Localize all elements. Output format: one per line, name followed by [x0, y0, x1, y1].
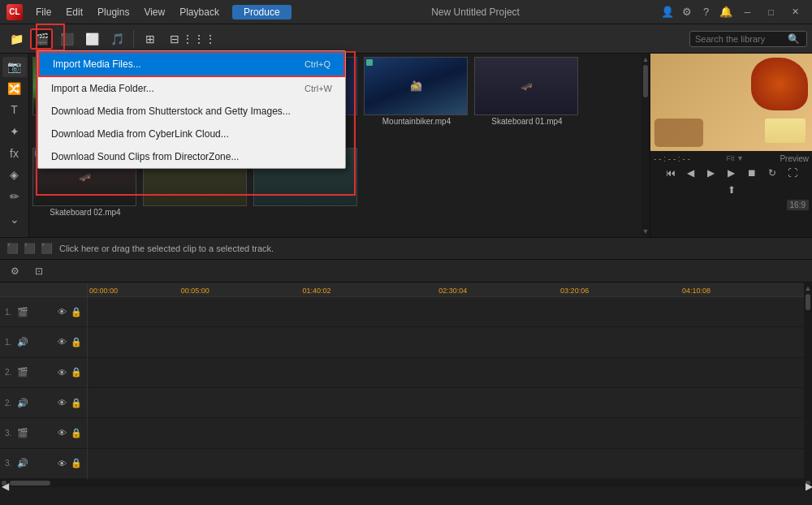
track-row-3a[interactable] — [88, 449, 804, 479]
timeline-scrollbar-v[interactable]: ▲ — [804, 283, 812, 479]
account-icon[interactable]: 👤 — [660, 5, 675, 19]
app-title: New Untitled Project — [431, 6, 520, 18]
preview-repeat-btn[interactable]: ↻ — [763, 166, 781, 180]
preview-stop-btn[interactable]: ⏹ — [743, 166, 761, 180]
track-video-icon-2: 🎬 — [16, 366, 29, 379]
track-video-icon: ⬛ — [6, 243, 19, 254]
search-input[interactable] — [695, 34, 784, 44]
timeline-scroll-right[interactable]: ▶ — [806, 481, 810, 486]
preview-rewind-btn[interactable]: ⏮ — [662, 166, 680, 180]
scroll-down-arrow[interactable]: ▼ — [642, 227, 650, 235]
preview-prev-frame-btn[interactable]: ◀ — [682, 166, 700, 180]
ruler-mark-2: 01:40:02 — [303, 287, 331, 295]
sidebar-effects-icon[interactable]: ✦ — [2, 122, 27, 142]
preview-image — [650, 54, 812, 151]
timeline-tracks: 00:00:00 00:05:00 01:40:02 02:30:04 03:2… — [88, 283, 804, 479]
instant-project-btn[interactable]: ⬜ — [80, 28, 103, 50]
track-audio-icon-2: 🔊 — [16, 396, 29, 409]
track-row-1v[interactable] — [88, 297, 804, 327]
dropdown-item-import-folder[interactable]: Import a Media Folder... Ctrl+W — [38, 77, 345, 100]
ruler-mark-5: 04:10:08 — [682, 287, 710, 295]
settings-icon[interactable]: ⚙ — [680, 5, 694, 19]
menu-file[interactable]: File — [29, 5, 58, 19]
preview-export-btn[interactable]: ⬆ — [723, 183, 741, 197]
timeline-scroll-thumb-h[interactable] — [10, 481, 50, 486]
sidebar-transitions-icon[interactable]: 🔀 — [2, 79, 27, 99]
track-lock-3v[interactable]: 🔒 — [71, 427, 82, 438]
timeline-scroll-up[interactable]: ▲ — [805, 284, 812, 292]
track-row-2a[interactable] — [88, 388, 804, 418]
preview-play-btn[interactable]: ▶ — [702, 166, 720, 180]
preview-fullscreen-btn[interactable]: ⛶ — [784, 166, 801, 180]
list-item[interactable]: 🚵 Mountainbiker.mp4 — [364, 57, 469, 143]
timeline-settings-btn[interactable]: ⚙ — [5, 262, 24, 280]
sidebar-pen-icon[interactable]: ✏ — [2, 186, 27, 206]
status-icons: ⬛ ⬛ ⬛ — [6, 243, 53, 254]
sidebar-overlay-icon[interactable]: ◈ — [2, 165, 27, 185]
dropdown-item-cyberlink[interactable]: Download Media from CyberLink Cloud... — [38, 123, 345, 145]
timeline-fit-btn[interactable]: ⊡ — [29, 262, 49, 280]
track-eye-1v[interactable]: 👁 — [56, 306, 67, 317]
title-bar-left: CL File Edit Plugins View Playback Produ… — [6, 4, 292, 20]
timeline-scroll-left[interactable]: ◀ — [2, 481, 6, 486]
track-eye-3a[interactable]: 👁 — [56, 458, 67, 469]
grid-view-btn[interactable]: ⊞ — [139, 28, 162, 50]
track-lock-2v[interactable]: 🔒 — [71, 367, 82, 378]
menu-playback[interactable]: Playback — [173, 5, 226, 19]
timeline-header: ⚙ ⊡ — [0, 260, 812, 283]
timeline-labels: 1. 🎬 👁 🔒 1. 🔊 👁 🔒 2. 🎬 👁 🔒 — [0, 283, 88, 479]
track-row-3v[interactable] — [88, 418, 804, 448]
timeline-scroll-thumb[interactable] — [806, 294, 810, 310]
track-num-1a: 1. — [5, 338, 11, 347]
menu-edit[interactable]: Edit — [59, 5, 89, 19]
sidebar-bottom: ⌄ — [2, 208, 27, 231]
timeline-area: ⚙ ⊡ 1. 🎬 👁 🔒 1. 🔊 👁 🔒 — [0, 260, 812, 487]
menu-plugins[interactable]: Plugins — [91, 5, 136, 19]
preview-buttons: ⏮ ◀ ▶ ▶ ⏹ ↻ ⛶ ⬆ — [654, 166, 809, 197]
track-lock-2a[interactable]: 🔒 — [71, 397, 82, 408]
import-media-btn[interactable]: 🎬 — [30, 28, 53, 50]
track-lock-1v[interactable]: 🔒 — [71, 306, 82, 317]
question-icon[interactable]: ? — [699, 5, 714, 19]
preview-next-frame-btn[interactable]: ▶ — [723, 166, 741, 180]
timeline-scrollbar-h[interactable]: ◀ ▶ — [0, 479, 812, 487]
search-box[interactable]: 🔍 — [689, 31, 807, 47]
minimize-button[interactable]: ─ — [738, 4, 758, 20]
track-lock-1a[interactable]: 🔒 — [71, 336, 82, 347]
capture-btn[interactable]: ⬛ — [55, 28, 78, 50]
dropdown-item-directorzone[interactable]: Download Sound Clips from DirectorZone..… — [38, 145, 345, 168]
dropdown-item-import-files[interactable]: Import Media Files... Ctrl+Q — [38, 51, 345, 77]
import-folder-btn[interactable]: 📁 — [5, 28, 28, 50]
close-button[interactable]: ✕ — [785, 4, 806, 20]
sidebar-media-icon[interactable]: 📷 — [2, 57, 27, 77]
track-label-2-video: 2. 🎬 👁 🔒 — [0, 358, 87, 388]
track-eye-3v[interactable]: 👁 — [56, 427, 67, 438]
view-toggle-btns: ⊞ ⊟ ⋮⋮⋮ — [139, 28, 210, 50]
track-row-2v[interactable] — [88, 358, 804, 388]
scroll-thumb[interactable] — [643, 65, 648, 97]
track-label-2-audio: 2. 🔊 👁 🔒 — [0, 388, 87, 418]
scroll-up-arrow[interactable]: ▲ — [642, 55, 650, 63]
track-lock-3a[interactable]: 🔒 — [71, 458, 82, 469]
dropdown-shortcut-import-folder: Ctrl+W — [304, 84, 332, 93]
sidebar-expand-icon[interactable]: ⌄ — [2, 208, 27, 231]
media-scrollbar[interactable]: ▲ ▼ — [641, 54, 650, 237]
dropdown-item-label-import-folder: Import a Media Folder... — [51, 83, 154, 94]
track-eye-2v[interactable]: 👁 — [56, 367, 67, 378]
maximize-button[interactable]: □ — [762, 4, 780, 20]
list-item[interactable]: 🛹 Skateboard 01.mp4 — [474, 57, 580, 143]
apps-btn[interactable]: ⋮⋮⋮ — [188, 28, 210, 50]
produce-button[interactable]: Produce — [232, 5, 292, 19]
track-row-1a[interactable] — [88, 327, 804, 357]
track-eye-2a[interactable]: 👁 — [56, 397, 67, 408]
sidebar-titles-icon[interactable]: T — [2, 100, 27, 120]
menu-view[interactable]: View — [137, 5, 171, 19]
dropdown-item-shutterstock[interactable]: Download Media from Shutterstock and Get… — [38, 100, 345, 123]
sidebar-fx-icon[interactable]: fx — [2, 143, 27, 163]
dropdown-item-label-directorzone: Download Sound Clips from DirectorZone..… — [51, 151, 239, 162]
notification-icon[interactable]: 🔔 — [719, 5, 733, 19]
title-bar: CL File Edit Plugins View Playback Produ… — [0, 0, 812, 24]
track-eye-1a[interactable]: 👁 — [56, 336, 67, 347]
search-icon: 🔍 — [788, 33, 800, 45]
record-btn[interactable]: 🎵 — [106, 28, 128, 50]
